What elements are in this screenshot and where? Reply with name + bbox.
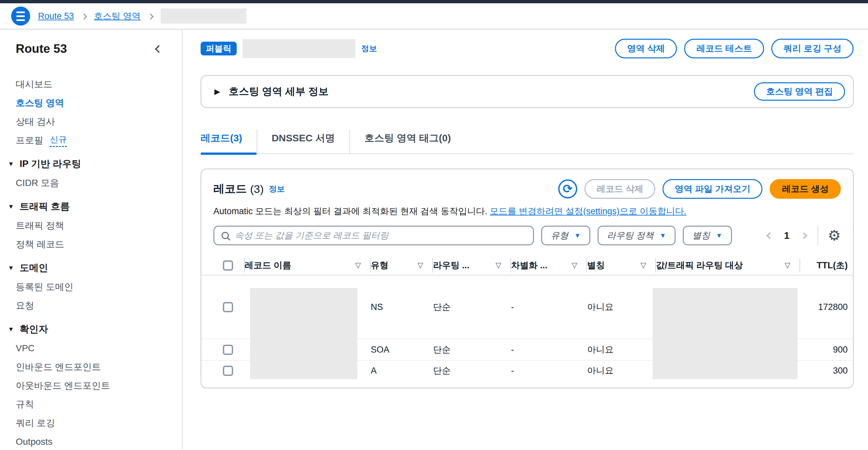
column-differentiator: 차별화 ... ▽ (511, 256, 587, 275)
previous-page-icon[interactable] (766, 232, 773, 239)
sidebar-item-vpc[interactable]: VPC (0, 339, 182, 358)
sidebar-item-dashboard[interactable]: 대시보드 (0, 75, 182, 93)
routing-policy-filter-dropdown[interactable]: 라우팅 정책 ▼ (597, 226, 676, 245)
sidebar-item-query-logging[interactable]: 쿼리 로깅 (0, 414, 182, 432)
routing-cell: 단순 (433, 339, 511, 360)
automatic-mode-description: Automatic 모드는 최상의 필터 결과에 최적화된 현재 검색 동작입니… (213, 205, 841, 217)
column-type: 유형 ▽ (371, 256, 433, 275)
current-page-number[interactable]: 1 (784, 230, 789, 241)
records-panel: 레코드 (3) 정보 ⟳ 레코드 삭제 영역 파일 가져오기 레코드 생성 Au… (200, 169, 854, 388)
sidebar-item-hosted-zones[interactable]: 호스팅 영역 (0, 93, 182, 112)
record-values-redacted (653, 288, 798, 379)
records-info-link[interactable]: 정보 (269, 184, 285, 194)
column-ttl: TTL(초) (800, 256, 853, 275)
refresh-icon: ⟳ (563, 182, 572, 196)
settings-link[interactable]: 모드를 변경하려면 설정(settings)으로 이동합니다. (490, 206, 686, 216)
next-page-icon[interactable] (800, 232, 807, 239)
page-header: 퍼블릭 정보 영역 삭제 레코드 테스트 쿼리 로깅 구성 (200, 38, 854, 59)
column-label: 라우팅 ... (433, 260, 469, 271)
tab-records[interactable]: 레코드(3) (200, 129, 257, 153)
tab-bar: 레코드(3) DNSSEC 서명 호스팅 영역 태그(0) (200, 129, 854, 154)
sidebar-item-policy-records[interactable]: 정책 레코드 (0, 235, 182, 253)
row-checkbox[interactable] (223, 345, 233, 355)
sidebar-section-resolver[interactable]: ▼ 확인자 (0, 320, 182, 339)
record-names-redacted (250, 288, 357, 379)
differentiator-cell: - (511, 275, 587, 338)
triangle-down-icon: ▼ (8, 264, 14, 272)
sidebar-item-health-checks[interactable]: 상태 검사 (0, 112, 182, 131)
type-cell: NS (371, 275, 433, 338)
routing-cell: 단순 (433, 361, 511, 381)
records-count: (3) (250, 183, 264, 196)
expand-triangle-icon[interactable]: ▶ (214, 87, 220, 96)
alias-filter-dropdown[interactable]: 별칭 ▼ (683, 226, 732, 245)
menu-bar (17, 19, 25, 21)
gear-icon[interactable]: ⚙ (828, 228, 841, 243)
sort-icon[interactable]: ▽ (496, 261, 501, 270)
sort-icon[interactable]: ▽ (785, 261, 790, 270)
configure-query-logging-button[interactable]: 쿼리 로깅 구성 (771, 39, 854, 58)
import-zone-file-button[interactable]: 영역 파일 가져오기 (662, 179, 763, 199)
chevron-right-icon (81, 13, 87, 19)
caret-down-icon: ▼ (659, 232, 666, 239)
dropdown-label: 유형 (551, 230, 568, 241)
type-filter-dropdown[interactable]: 유형 ▼ (541, 226, 590, 245)
search-icon (222, 232, 229, 239)
sort-icon[interactable]: ▽ (641, 261, 646, 270)
breadcrumb-link-hosted-zones[interactable]: 호스팅 영역 (94, 10, 141, 22)
sidebar-collapse-icon[interactable] (155, 45, 163, 53)
differentiator-cell: - (511, 361, 587, 381)
chevron-right-icon (148, 13, 153, 19)
sidebar-item-requests[interactable]: 요청 (0, 296, 182, 315)
filter-toolbar: 유형 ▼ 라우팅 정책 ▼ 별칭 ▼ 1 (213, 226, 841, 245)
sidebar-section-domains[interactable]: ▼ 도메인 (0, 259, 182, 277)
menu-bar (17, 11, 25, 13)
sidebar-item-outposts[interactable]: Outposts (0, 432, 182, 450)
create-record-button[interactable]: 레코드 생성 (770, 179, 841, 199)
sidebar-item-profiles[interactable]: 프로필 신규 (0, 131, 182, 150)
sidebar: Route 53 대시보드 호스팅 영역 상태 검사 프로필 신규 ▼ IP 기… (0, 30, 183, 449)
row-checkbox[interactable] (223, 302, 233, 312)
tab-hosted-zone-tags[interactable]: 호스팅 영역 태그(0) (349, 129, 465, 153)
column-label: 값/트래픽 라우팅 대상 (656, 260, 743, 271)
sidebar-item-outbound-endpoints[interactable]: 아웃바운드 엔드포인트 (0, 376, 182, 395)
sort-icon[interactable]: ▽ (572, 261, 577, 270)
ttl-cell: 172800 (800, 275, 853, 338)
sidebar-item-rules[interactable]: 규칙 (0, 395, 182, 414)
tab-dnssec-signing[interactable]: DNSSEC 서명 (257, 129, 349, 153)
sidebar-section-traffic-flow[interactable]: ▼ 트래픽 흐름 (0, 197, 182, 216)
records-table: 레코드 이름 ▽ 유형 ▽ 라우팅 ... ▽ 차별화 ... ▽ (201, 256, 853, 381)
public-zone-badge: 퍼블릭 (200, 42, 237, 55)
record-filter-input[interactable] (235, 231, 526, 241)
sidebar-item-label: 프로필 (16, 134, 43, 147)
sidebar-item-traffic-policies[interactable]: 트래픽 정책 (0, 216, 182, 235)
routing-cell: 단순 (433, 275, 511, 338)
alias-cell: 아니요 (587, 339, 656, 360)
sort-icon[interactable]: ▽ (417, 261, 423, 270)
edit-hosted-zone-button[interactable]: 호스팅 영역 편집 (754, 82, 845, 101)
select-all-checkbox[interactable] (223, 261, 233, 271)
column-label: 레코드 이름 (245, 260, 291, 271)
delete-record-button[interactable]: 레코드 삭제 (585, 179, 656, 199)
sort-icon[interactable]: ▽ (355, 261, 361, 270)
section-title: 확인자 (20, 323, 48, 336)
test-record-button[interactable]: 레코드 테스트 (684, 39, 764, 58)
description-text: Automatic 모드는 최상의 필터 결과에 최적화된 현재 검색 동작입니… (213, 206, 490, 216)
new-badge[interactable]: 신규 (50, 134, 67, 147)
caret-down-icon: ▼ (716, 232, 722, 239)
breadcrumb-current-redacted (161, 8, 247, 24)
column-routing: 라우팅 ... ▽ (433, 256, 511, 275)
menu-icon[interactable] (11, 6, 30, 26)
sidebar-item-cidr-collections[interactable]: CIDR 모음 (0, 174, 182, 192)
triangle-down-icon: ▼ (8, 203, 14, 210)
sidebar-item-registered-domains[interactable]: 등록된 도메인 (0, 277, 182, 296)
zone-info-link[interactable]: 정보 (361, 43, 377, 54)
delete-zone-button[interactable]: 영역 삭제 (615, 39, 677, 58)
sidebar-section-ip-routing[interactable]: ▼ IP 기반 라우팅 (0, 154, 182, 174)
column-label: 별칭 (587, 260, 605, 271)
sidebar-item-inbound-endpoints[interactable]: 인바운드 엔드포인트 (0, 358, 182, 376)
refresh-button[interactable]: ⟳ (558, 179, 577, 199)
breadcrumb-link-route53[interactable]: Route 53 (38, 11, 74, 21)
row-checkbox[interactable] (223, 366, 233, 376)
dropdown-label: 라우팅 정책 (607, 230, 654, 241)
